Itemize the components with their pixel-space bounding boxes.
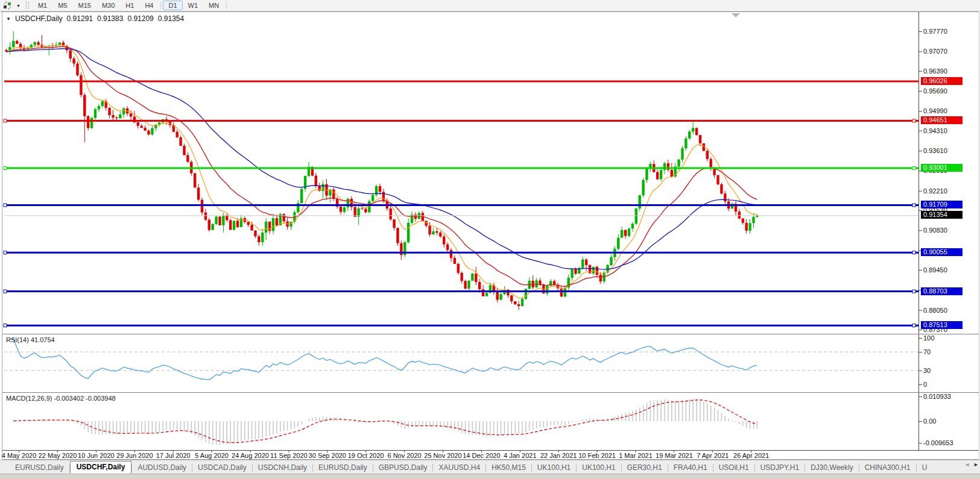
- candle-body: [212, 224, 214, 230]
- candle-body: [197, 187, 200, 199]
- candle-body: [496, 291, 499, 299]
- candle-body: [720, 184, 722, 193]
- tab-ger30-h1[interactable]: GER30,H1: [622, 462, 668, 474]
- time-axis-label: 30 Sep 2020: [309, 452, 346, 459]
- candle-body: [499, 294, 502, 299]
- timeframe-button-m15[interactable]: M15: [73, 1, 96, 10]
- price-axis-tick-label: 0.95690: [923, 87, 947, 95]
- chart-canvas[interactable]: [0, 0, 980, 460]
- candle-body: [656, 172, 659, 180]
- price-axis-tick-label: 0.94990: [923, 107, 947, 114]
- tab-eurusd-daily[interactable]: EURUSD,Daily: [10, 462, 69, 474]
- timeframe-button-m5[interactable]: M5: [52, 1, 72, 10]
- candle-body: [574, 269, 577, 274]
- tab-usdcnh-daily[interactable]: USDCNH,Daily: [253, 462, 312, 474]
- price-axis-tick-label: 0.94310: [923, 127, 947, 134]
- hline-handle-left: [4, 324, 7, 327]
- candle-body: [443, 237, 445, 245]
- timeframe-button-m1[interactable]: M1: [33, 1, 52, 10]
- tab-fra40-h1[interactable]: FRA40,H1: [668, 462, 713, 474]
- tab-uk100-h1[interactable]: UK100,H1: [532, 462, 576, 474]
- tab-usdjpy-h1[interactable]: USDJPY,H1: [755, 462, 805, 474]
- tab-audusd-daily[interactable]: AUDUSD,Daily: [132, 462, 192, 474]
- candle-body: [226, 216, 228, 221]
- candle-body: [119, 114, 121, 118]
- candle-body: [525, 289, 527, 299]
- tab-usdcad-daily[interactable]: USDCAD,Daily: [192, 462, 252, 474]
- candle-body: [261, 233, 264, 242]
- candle-body: [660, 170, 662, 179]
- chart-profiles-glyph: [3, 1, 12, 10]
- time-axis-label: 10 Jun 2020: [78, 452, 115, 459]
- rsi-axis-tick-label: 0: [923, 381, 927, 388]
- candle-body: [482, 289, 484, 296]
- candle-body: [98, 106, 100, 109]
- candle-body: [435, 231, 438, 233]
- time-axis-label: 17 Jul 2020: [156, 452, 191, 459]
- candle-body: [471, 274, 473, 281]
- timeframe-toolbar: ▼ M1M5M15M30H1H4D1W1MN: [0, 0, 980, 11]
- candle-body: [671, 170, 673, 177]
- tab-eurusd-daily[interactable]: EURUSD,Daily: [313, 462, 373, 474]
- macd-axis-tick-label: 0.00: [923, 418, 936, 425]
- status-strip: [0, 474, 980, 479]
- ohlc-close: 0.91354: [158, 14, 184, 23]
- time-axis-label: 19 Mar 2021: [656, 452, 693, 459]
- timeframe-button-d1[interactable]: D1: [163, 1, 182, 10]
- tab-china300-h1[interactable]: CHINA300,H1: [859, 462, 916, 474]
- time-axis-label: 22 Jan 2021: [540, 452, 577, 459]
- tab-xauusd-h4[interactable]: XAUUSD,H4: [433, 462, 485, 474]
- candle-body: [642, 180, 644, 195]
- candle-body: [706, 151, 709, 158]
- rsi-panel[interactable]: [4, 339, 918, 380]
- candle-body: [439, 233, 441, 236]
- tab-uk100-h1[interactable]: UK100,H1: [577, 462, 621, 474]
- timeframe-button-w1[interactable]: W1: [183, 1, 204, 10]
- main-price-chart[interactable]: [5, 31, 758, 310]
- tab-usoil-h1[interactable]: USOil,H1: [713, 462, 754, 474]
- tab-dj30-weekly[interactable]: DJ30,Weekly: [805, 462, 858, 474]
- candle-body: [229, 220, 232, 230]
- macd-signal-line: [13, 400, 757, 443]
- tab-gbpusd-daily[interactable]: GBPUSD,Daily: [373, 462, 433, 474]
- tab-hk50-m15[interactable]: HK50,M15: [486, 462, 531, 474]
- candle-body: [681, 148, 683, 160]
- candle-body: [340, 207, 342, 212]
- horizontal-lines-layer[interactable]: [4, 81, 918, 327]
- timeframe-button-m30[interactable]: M30: [96, 1, 120, 10]
- tab-scroll-left-icon[interactable]: ◄: [964, 462, 970, 468]
- candle-body: [361, 208, 363, 209]
- candle-body: [684, 139, 687, 149]
- time-axis-label: 10 Feb 2021: [578, 452, 616, 459]
- candle-body: [621, 230, 623, 238]
- hline-handle-right: [912, 290, 915, 293]
- chart-profiles-icon[interactable]: [1, 1, 13, 10]
- tab-scroll-right-icon[interactable]: ►: [973, 462, 979, 468]
- tab-u[interactable]: U: [917, 462, 933, 474]
- timeframe-button-h4[interactable]: H4: [139, 1, 159, 10]
- price-axis-tick-label: 0.97070: [923, 48, 947, 55]
- candle-body: [183, 146, 185, 155]
- chart-shift-marker: [732, 13, 740, 17]
- candle-body: [428, 226, 431, 234]
- candle-body: [315, 176, 317, 186]
- chevron-down-icon[interactable]: ▼: [13, 4, 24, 8]
- candle-body: [268, 222, 271, 231]
- timeframe-button-mn[interactable]: MN: [203, 1, 224, 10]
- macd-panel[interactable]: [13, 399, 757, 445]
- candle-body: [485, 293, 488, 296]
- candle-body: [151, 128, 153, 134]
- candle-body: [628, 228, 630, 236]
- price-axis-tick-label: 0.96390: [923, 67, 947, 75]
- tab-usdchf-daily[interactable]: USDCHF,Daily: [70, 461, 132, 474]
- timeframe-button-h1[interactable]: H1: [120, 1, 139, 10]
- candle-body: [514, 301, 516, 304]
- candle-body: [592, 267, 595, 274]
- candle-body: [450, 250, 452, 258]
- hline-price-label: 0.94651: [921, 116, 963, 124]
- candle-body: [585, 260, 587, 265]
- candle-body: [122, 108, 125, 114]
- timeframe-buttons: M1M5M15M30H1H4D1W1MN: [33, 1, 224, 10]
- time-axis-label: 7 Apr 2021: [697, 452, 729, 459]
- chart-expander-icon[interactable]: ▼: [6, 16, 11, 22]
